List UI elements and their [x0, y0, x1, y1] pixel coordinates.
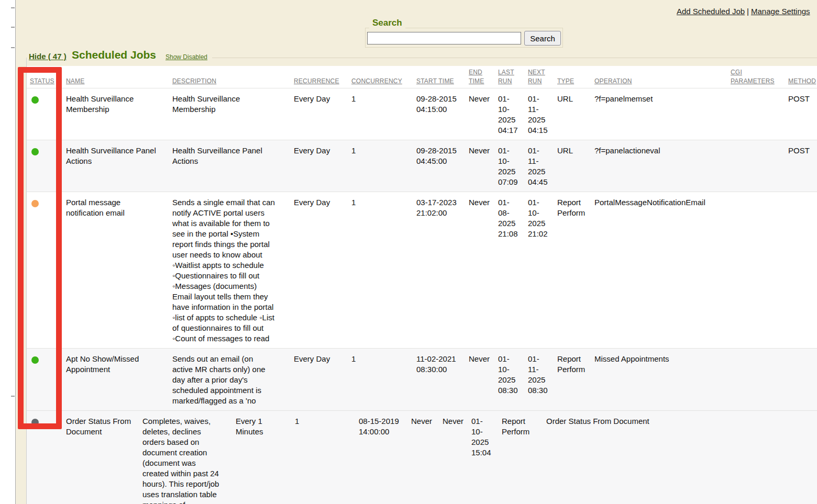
- cell-recurrence: Every Day: [294, 354, 351, 406]
- status-dot-green: [31, 356, 39, 364]
- cell-type: Report Perform: [557, 354, 594, 406]
- search-legend: Search: [369, 18, 405, 28]
- cell-next-run: 01- 10- 2025 15:04: [471, 416, 502, 504]
- header-name[interactable]: NAME: [66, 77, 172, 86]
- cell-start-time: 08-15-2019 14:00:00: [359, 416, 411, 504]
- header-type[interactable]: TYPE: [557, 77, 594, 86]
- table-row: Order Status From Document Completes, wa…: [27, 410, 817, 504]
- table-header-row: STATUS NAME DESCRIPTION RECURRENCE CONCU…: [27, 66, 817, 88]
- cell-recurrence: Every Day: [294, 197, 351, 344]
- cell-method: [788, 197, 817, 344]
- cell-operation: PortalMessageNotificationEmail: [594, 197, 731, 344]
- cell-next-run: 01- 10- 2025 21:02: [528, 197, 557, 344]
- header-method[interactable]: METHOD: [788, 77, 817, 86]
- cell-type: URL: [557, 94, 594, 136]
- cell-type: Report Perform: [502, 416, 546, 504]
- header-cgi-parameters[interactable]: CGI PARAMETERS: [731, 68, 788, 86]
- cell-end-time: Never: [469, 145, 498, 187]
- add-scheduled-job-link[interactable]: Add Scheduled Job: [677, 7, 745, 16]
- cell-type: URL: [557, 145, 594, 187]
- cell-description: Sends a single email that can notify ACT…: [172, 197, 294, 344]
- cell-description: Health Surveillance Membership: [172, 94, 294, 136]
- link-separator: |: [747, 7, 749, 16]
- cell-method: [788, 354, 817, 406]
- cell-start-time: 09-28-2015 04:45:00: [416, 145, 469, 187]
- cell-name: Health Surveillance Panel Actions: [66, 145, 172, 187]
- cell-name: Portal message notification email: [66, 197, 172, 344]
- header-concurrency[interactable]: CONCURRENCY: [351, 77, 416, 86]
- cell-method: POST: [788, 94, 817, 136]
- cell-end-time: Never: [469, 94, 498, 136]
- table-row: Health Surveillance Panel Actions Health…: [27, 140, 817, 192]
- top-action-links: Add Scheduled Job|Manage Settings: [677, 7, 810, 16]
- manage-settings-link[interactable]: Manage Settings: [751, 7, 810, 16]
- cell-type: Report Perform: [557, 197, 594, 344]
- splitter-tick: [11, 7, 15, 8]
- cell-cgi-parameters: [731, 94, 788, 136]
- cell-last-run: Never: [443, 416, 471, 504]
- table-row: Apt No Show/Missed Appointment Sends out…: [27, 348, 817, 410]
- search-button[interactable]: Search: [524, 31, 561, 46]
- header-operation[interactable]: OPERATION: [594, 77, 731, 86]
- header-status[interactable]: STATUS: [27, 77, 66, 86]
- header-next-run[interactable]: NEXT RUN: [528, 68, 557, 86]
- jobs-panel-header: Hide ( 47 ) Scheduled Jobs Show Disabled: [0, 48, 817, 63]
- header-start-time[interactable]: START TIME: [416, 77, 469, 86]
- cell-start-time: 09-28-2015 04:15:00: [416, 94, 469, 136]
- splitter-tick: [11, 27, 15, 28]
- cell-concurrency: 1: [351, 145, 416, 187]
- show-disabled-link[interactable]: Show Disabled: [165, 53, 207, 61]
- cell-cgi-parameters: [731, 145, 788, 187]
- cell-last-run: 01- 10- 2025 04:17: [498, 94, 528, 136]
- cell-concurrency: 1: [351, 354, 416, 406]
- cell-next-run: 01- 11- 2025 04:15: [528, 94, 557, 136]
- scheduled-jobs-table: STATUS NAME DESCRIPTION RECURRENCE CONCU…: [27, 66, 817, 504]
- cell-name: Apt No Show/Missed Appointment: [66, 354, 172, 406]
- cell-operation: ?f=panelmemset: [594, 94, 731, 136]
- search-input[interactable]: [367, 32, 521, 44]
- fieldset-border-line: [212, 58, 817, 58]
- cell-last-run: 01- 10- 2025 08:30: [498, 354, 528, 406]
- table-row: Portal message notification email Sends …: [27, 192, 817, 348]
- header-recurrence[interactable]: RECURRENCE: [294, 77, 351, 86]
- header-end-time[interactable]: END TIME: [469, 68, 498, 86]
- page-title: Scheduled Jobs: [72, 49, 156, 61]
- cell-recurrence: Every 1 Minutes: [236, 416, 295, 504]
- status-dot-gray: [31, 419, 39, 426]
- cell-name: Order Status From Document: [66, 416, 142, 504]
- table-row: Health Surveillance Membership Health Su…: [27, 88, 817, 140]
- cell-description: Completes, waives, deletes, declines ord…: [142, 416, 236, 504]
- status-dot-green: [31, 148, 39, 155]
- cell-operation: Missed Appointments: [594, 354, 731, 406]
- cell-concurrency: 1: [351, 197, 416, 344]
- header-description[interactable]: DESCRIPTION: [172, 77, 294, 86]
- cell-start-time: 03-17-2023 21:02:00: [416, 197, 469, 344]
- cell-description: Sends out an email (on active MR charts …: [172, 354, 294, 406]
- status-dot-green: [31, 96, 39, 104]
- frame-splitter[interactable]: [0, 0, 16, 504]
- cell-cgi-parameters: [731, 354, 788, 406]
- cell-end-time: Never: [411, 416, 443, 504]
- cell-cgi-parameters: [731, 197, 788, 344]
- cell-next-run: 01- 11- 2025 08:30: [528, 354, 557, 406]
- cell-method: POST: [788, 145, 817, 187]
- cell-recurrence: Every Day: [294, 94, 351, 136]
- cell-description: Health Surveillance Panel Actions: [172, 145, 294, 187]
- cell-next-run: 01- 11- 2025 04:45: [528, 145, 557, 187]
- cell-end-time: Never: [469, 197, 498, 344]
- cell-recurrence: Every Day: [294, 145, 351, 187]
- splitter-tick: [11, 396, 15, 397]
- cell-end-time: Never: [469, 354, 498, 406]
- cell-name: Health Surveillance Membership: [66, 94, 172, 136]
- hide-count-link[interactable]: Hide ( 47 ): [29, 52, 67, 61]
- header-last-run[interactable]: LAST RUN: [498, 68, 528, 86]
- cell-last-run: 01- 08- 2025 21:08: [498, 197, 528, 344]
- cell-operation: Order Status From Document: [546, 416, 817, 504]
- cell-start-time: 11-02-2021 08:30:00: [416, 354, 469, 406]
- status-dot-orange: [31, 200, 39, 207]
- cell-concurrency: 1: [351, 94, 416, 136]
- cell-operation: ?f=panelactioneval: [594, 145, 731, 187]
- cell-last-run: 01- 10- 2025 07:09: [498, 145, 528, 187]
- cell-concurrency: 1: [295, 416, 359, 504]
